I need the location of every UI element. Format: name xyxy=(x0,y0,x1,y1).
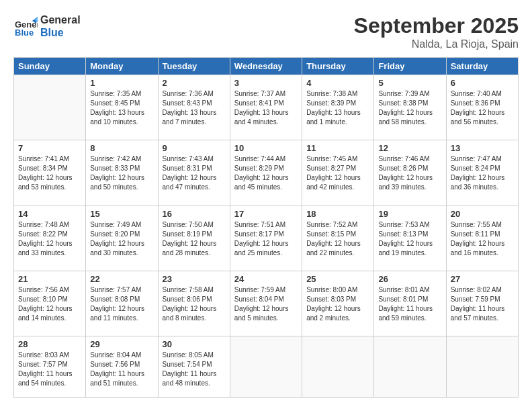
day-number: 27 xyxy=(451,274,514,284)
day-number: 5 xyxy=(378,78,441,88)
calendar-cell: 25Sunrise: 8:00 AM Sunset: 8:03 PM Dayli… xyxy=(302,271,374,336)
calendar-cell: 7Sunrise: 7:41 AM Sunset: 8:34 PM Daylig… xyxy=(14,140,86,205)
day-number: 9 xyxy=(163,143,226,153)
calendar-cell: 12Sunrise: 7:46 AM Sunset: 8:26 PM Dayli… xyxy=(374,140,446,205)
day-number: 13 xyxy=(451,143,514,153)
day-number: 19 xyxy=(378,209,441,219)
calendar-cell xyxy=(230,336,302,398)
title-section: September 2025 Nalda, La Rioja, Spain xyxy=(354,13,519,50)
day-number: 17 xyxy=(234,209,298,219)
day-info: Sunrise: 7:46 AM Sunset: 8:26 PM Dayligh… xyxy=(378,154,441,192)
calendar-cell: 29Sunrise: 8:04 AM Sunset: 7:56 PM Dayli… xyxy=(86,336,158,398)
day-info: Sunrise: 7:59 AM Sunset: 8:04 PM Dayligh… xyxy=(234,285,298,323)
calendar-cell: 14Sunrise: 7:48 AM Sunset: 8:22 PM Dayli… xyxy=(14,205,86,271)
day-info: Sunrise: 7:45 AM Sunset: 8:27 PM Dayligh… xyxy=(306,154,369,192)
calendar-cell: 17Sunrise: 7:51 AM Sunset: 8:17 PM Dayli… xyxy=(230,205,302,271)
calendar-cell: 28Sunrise: 8:03 AM Sunset: 7:57 PM Dayli… xyxy=(14,336,86,398)
day-number: 24 xyxy=(234,274,298,284)
day-number: 25 xyxy=(306,274,369,284)
day-info: Sunrise: 8:05 AM Sunset: 7:54 PM Dayligh… xyxy=(163,351,226,388)
calendar-cell: 9Sunrise: 7:43 AM Sunset: 8:31 PM Daylig… xyxy=(158,140,230,205)
day-number: 2 xyxy=(163,78,226,88)
day-number: 22 xyxy=(90,274,153,284)
header-thursday: Thursday xyxy=(302,58,374,75)
day-info: Sunrise: 7:35 AM Sunset: 8:45 PM Dayligh… xyxy=(90,89,153,127)
calendar-cell: 26Sunrise: 8:01 AM Sunset: 8:01 PM Dayli… xyxy=(374,271,446,336)
day-info: Sunrise: 7:56 AM Sunset: 8:10 PM Dayligh… xyxy=(18,285,81,323)
calendar-cell: 8Sunrise: 7:42 AM Sunset: 8:33 PM Daylig… xyxy=(86,140,158,205)
day-number: 6 xyxy=(451,78,514,88)
page-header: General Blue General Blue September 2025… xyxy=(13,13,519,50)
day-number: 12 xyxy=(378,143,441,153)
day-number: 16 xyxy=(163,209,226,219)
calendar-cell: 6Sunrise: 7:40 AM Sunset: 8:36 PM Daylig… xyxy=(446,75,518,140)
location: Nalda, La Rioja, Spain xyxy=(354,38,519,50)
calendar-cell xyxy=(446,336,518,398)
day-info: Sunrise: 8:03 AM Sunset: 7:57 PM Dayligh… xyxy=(18,351,81,388)
day-number: 29 xyxy=(90,339,153,349)
calendar-cell: 15Sunrise: 7:49 AM Sunset: 8:20 PM Dayli… xyxy=(86,205,158,271)
day-info: Sunrise: 8:04 AM Sunset: 7:56 PM Dayligh… xyxy=(90,351,153,388)
header-saturday: Saturday xyxy=(446,58,518,75)
day-info: Sunrise: 7:42 AM Sunset: 8:33 PM Dayligh… xyxy=(90,154,153,192)
header-friday: Friday xyxy=(374,58,446,75)
calendar-cell: 3Sunrise: 7:37 AM Sunset: 8:41 PM Daylig… xyxy=(230,75,302,140)
calendar-cell: 23Sunrise: 7:58 AM Sunset: 8:06 PM Dayli… xyxy=(158,271,230,336)
day-number: 7 xyxy=(18,143,81,153)
day-info: Sunrise: 7:57 AM Sunset: 8:08 PM Dayligh… xyxy=(90,285,153,323)
day-number: 14 xyxy=(18,209,81,219)
calendar-cell: 4Sunrise: 7:38 AM Sunset: 8:39 PM Daylig… xyxy=(302,75,374,140)
calendar-cell xyxy=(302,336,374,398)
logo: General Blue General Blue xyxy=(13,13,81,39)
day-info: Sunrise: 7:43 AM Sunset: 8:31 PM Dayligh… xyxy=(163,154,226,192)
calendar-cell: 21Sunrise: 7:56 AM Sunset: 8:10 PM Dayli… xyxy=(14,271,86,336)
day-info: Sunrise: 7:55 AM Sunset: 8:11 PM Dayligh… xyxy=(451,220,514,258)
day-info: Sunrise: 7:48 AM Sunset: 8:22 PM Dayligh… xyxy=(18,220,81,258)
header-monday: Monday xyxy=(86,58,158,75)
day-number: 28 xyxy=(18,339,81,349)
calendar-cell: 13Sunrise: 7:47 AM Sunset: 8:24 PM Dayli… xyxy=(446,140,518,205)
day-number: 20 xyxy=(451,209,514,219)
calendar-cell: 2Sunrise: 7:36 AM Sunset: 8:43 PM Daylig… xyxy=(158,75,230,140)
calendar-cell xyxy=(14,75,86,140)
header-tuesday: Tuesday xyxy=(158,58,230,75)
calendar-cell: 22Sunrise: 7:57 AM Sunset: 8:08 PM Dayli… xyxy=(86,271,158,336)
day-number: 30 xyxy=(163,339,226,349)
header-sunday: Sunday xyxy=(14,58,86,75)
logo-text-general: General xyxy=(40,13,81,26)
day-info: Sunrise: 8:01 AM Sunset: 8:01 PM Dayligh… xyxy=(378,285,441,323)
calendar-body: 1Sunrise: 7:35 AM Sunset: 8:45 PM Daylig… xyxy=(14,75,519,398)
day-number: 1 xyxy=(90,78,153,88)
calendar-cell: 16Sunrise: 7:50 AM Sunset: 8:19 PM Dayli… xyxy=(158,205,230,271)
day-info: Sunrise: 7:37 AM Sunset: 8:41 PM Dayligh… xyxy=(234,89,298,127)
day-info: Sunrise: 8:02 AM Sunset: 7:59 PM Dayligh… xyxy=(451,285,514,323)
logo-icon: General Blue xyxy=(13,14,38,38)
calendar-cell: 10Sunrise: 7:44 AM Sunset: 8:29 PM Dayli… xyxy=(230,140,302,205)
day-number: 15 xyxy=(90,209,153,219)
day-number: 11 xyxy=(306,143,369,153)
day-number: 8 xyxy=(90,143,153,153)
day-info: Sunrise: 7:47 AM Sunset: 8:24 PM Dayligh… xyxy=(451,154,514,192)
day-number: 3 xyxy=(234,78,298,88)
calendar-cell: 30Sunrise: 8:05 AM Sunset: 7:54 PM Dayli… xyxy=(158,336,230,398)
calendar-cell: 1Sunrise: 7:35 AM Sunset: 8:45 PM Daylig… xyxy=(86,75,158,140)
day-info: Sunrise: 8:00 AM Sunset: 8:03 PM Dayligh… xyxy=(306,285,369,323)
calendar-cell: 24Sunrise: 7:59 AM Sunset: 8:04 PM Dayli… xyxy=(230,271,302,336)
calendar-cell: 5Sunrise: 7:39 AM Sunset: 8:38 PM Daylig… xyxy=(374,75,446,140)
day-number: 4 xyxy=(306,78,369,88)
day-number: 10 xyxy=(234,143,298,153)
day-info: Sunrise: 7:36 AM Sunset: 8:43 PM Dayligh… xyxy=(163,89,226,127)
calendar-cell: 19Sunrise: 7:53 AM Sunset: 8:13 PM Dayli… xyxy=(374,205,446,271)
day-info: Sunrise: 7:39 AM Sunset: 8:38 PM Dayligh… xyxy=(378,89,441,127)
day-info: Sunrise: 7:52 AM Sunset: 8:15 PM Dayligh… xyxy=(306,220,369,258)
calendar-cell: 27Sunrise: 8:02 AM Sunset: 7:59 PM Dayli… xyxy=(446,271,518,336)
calendar-cell: 18Sunrise: 7:52 AM Sunset: 8:15 PM Dayli… xyxy=(302,205,374,271)
calendar-cell: 11Sunrise: 7:45 AM Sunset: 8:27 PM Dayli… xyxy=(302,140,374,205)
day-info: Sunrise: 7:41 AM Sunset: 8:34 PM Dayligh… xyxy=(18,154,81,192)
weekday-header-row: Sunday Monday Tuesday Wednesday Thursday… xyxy=(14,58,519,75)
svg-text:Blue: Blue xyxy=(15,28,34,38)
day-info: Sunrise: 7:44 AM Sunset: 8:29 PM Dayligh… xyxy=(234,154,298,192)
calendar-cell xyxy=(374,336,446,398)
day-info: Sunrise: 7:53 AM Sunset: 8:13 PM Dayligh… xyxy=(378,220,441,258)
day-info: Sunrise: 7:49 AM Sunset: 8:20 PM Dayligh… xyxy=(90,220,153,258)
